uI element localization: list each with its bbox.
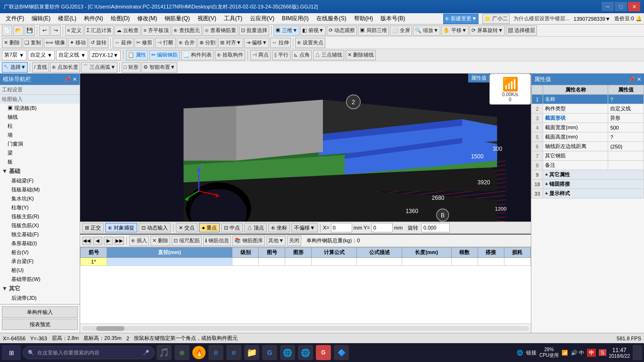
prop-val-7[interactable] [608, 151, 644, 161]
define-btn[interactable]: ≡ 定义 [65, 25, 83, 36]
extend-btn[interactable]: ↔ 延伸 [113, 38, 133, 48]
endpoint-btn[interactable]: △ 顶点 [244, 223, 267, 232]
nooffset-btn[interactable]: 不偏移▼ [291, 223, 318, 232]
rotate-input[interactable] [421, 223, 450, 232]
nav-pile-cap[interactable]: 桩台(V) [0, 248, 80, 257]
new-change-btn[interactable]: ⊕ 新建变更▼ [443, 14, 479, 24]
menu-help[interactable]: 帮助(H) [350, 14, 377, 24]
taskapp-folder[interactable]: 📁 [244, 345, 259, 360]
nav-door[interactable]: 门窗洞 [0, 140, 80, 148]
cell-shape[interactable] [259, 258, 285, 266]
properties-btn[interactable]: 📋 属性 [126, 50, 148, 60]
prop-val-3[interactable]: 异形 [608, 114, 644, 123]
dynamic-btn[interactable]: ⊡ 动态输入 [139, 223, 171, 232]
menu-modify[interactable]: 修改(M) [133, 14, 161, 24]
setpoint-btn[interactable]: ⊕ 设置夹点 [295, 38, 325, 48]
nav-column[interactable]: 柱 [0, 122, 80, 131]
prop-val-8[interactable] [608, 161, 644, 170]
single-component-btn[interactable]: 单构件输入 [2, 306, 78, 318]
menu-file[interactable]: 文件(F) [2, 14, 28, 24]
floor-selector[interactable]: 第7层 ▼ [2, 50, 26, 60]
props-close-btn[interactable]: ✕ [637, 76, 641, 82]
copy-btn[interactable]: ❑ 复制 [23, 38, 43, 48]
orbit-btn[interactable]: ⟳ 动态观察 [327, 25, 357, 36]
nav-column-pier[interactable]: 柱墩(Y) [0, 203, 80, 212]
close-rebar-btn[interactable]: 关闭 [287, 236, 301, 246]
mirror-btn[interactable]: ⟺ 镜像 [44, 38, 67, 48]
rebar-lib-btn[interactable]: 📚 钢筋图库 [232, 236, 265, 246]
prop-val-6[interactable]: (250) [608, 142, 644, 151]
nav-wall[interactable]: 墙 [0, 131, 80, 140]
minimize-button[interactable]: ─ [602, 2, 614, 11]
y-input[interactable] [372, 223, 393, 232]
next-btn[interactable]: ▶ [104, 237, 113, 245]
taskapp-browser2[interactable]: 🔥 [192, 346, 206, 359]
topview-btn[interactable]: ◧ 俯视▼ [300, 25, 326, 36]
midpoint-active-btn[interactable]: ● 重点 [199, 223, 220, 232]
nav-slab[interactable]: ▣ 现浇板(B) [0, 104, 80, 113]
nav-plate[interactable]: 板 [0, 157, 80, 166]
other-rebar-btn[interactable]: 其他▼ [266, 236, 286, 246]
insert-rebar-btn[interactable]: ⊕ 插入 [129, 236, 149, 246]
rebar-info-btn[interactable]: ℹ 钢筋信息 [203, 236, 231, 246]
nav-raft-main[interactable]: 筏板主筋(R) [0, 212, 80, 221]
twopoints-btn[interactable]: ⊣ 两点 [250, 50, 271, 60]
align-btn[interactable]: ⊞ 对齐▼ [218, 38, 243, 48]
trim-btn[interactable]: ✂ 修剪 [134, 38, 154, 48]
start-button[interactable]: ⊞ [2, 345, 21, 360]
level-btn[interactable]: ≡ 齐平板顶 [141, 25, 170, 36]
cell-formula[interactable] [312, 258, 357, 266]
nav-raft-neg[interactable]: 筏板负筋(X) [0, 221, 80, 230]
next-next-btn[interactable]: ▶▶ [115, 237, 124, 245]
menu-component[interactable]: 构件(N) [80, 14, 107, 24]
taskapp-ggj[interactable]: G [316, 345, 331, 360]
close-button[interactable]: ✕ [628, 2, 640, 11]
prev-btn[interactable]: ◀ [93, 237, 102, 245]
prop-group-display[interactable]: 33 + 显示样式 [532, 189, 644, 198]
taskapp-edge[interactable]: e [226, 345, 241, 360]
nav-close-btn[interactable]: ✕ [73, 76, 77, 82]
cell-loss[interactable] [504, 258, 530, 266]
find-btn[interactable]: ⊕ 查找图元 [172, 25, 202, 36]
objectsnap-btn[interactable]: ⊕ 对象捕捉 [105, 223, 137, 232]
nav-others[interactable]: ▼ 其它 [0, 284, 80, 294]
taskapp-extra[interactable]: 🔷 [334, 345, 349, 360]
three-aux-btn[interactable]: △ 三点辅线 [313, 50, 344, 60]
cell-diameter[interactable] [107, 258, 232, 266]
batch-btn[interactable]: ⊡ 批量选择 [239, 25, 269, 36]
3d-btn[interactable]: ▣ 三维▼ [273, 25, 299, 36]
menu-draw[interactable]: 绘图(D) [107, 14, 134, 24]
nav-pile[interactable]: 桩(U) [0, 266, 80, 275]
rebar-row[interactable]: 1* [81, 258, 531, 266]
taskapp-google[interactable]: G [262, 345, 277, 360]
edit-rebar-btn[interactable]: ✏ 编辑钢筋 [149, 50, 180, 60]
stretch-btn[interactable]: ↔ 拉伸 [270, 38, 291, 48]
props-pin-btn[interactable]: 📌 [628, 76, 635, 82]
prop-val-4[interactable]: 500 [608, 123, 644, 132]
arc-btn[interactable]: ⌒ 三点画弧▼ [81, 62, 117, 73]
fullscreen-btn[interactable]: ⬜ 全屏 [390, 25, 412, 36]
taskapp-music[interactable]: 🎵 [157, 345, 172, 360]
system-clock[interactable]: 11:47 2018/6/22 [609, 347, 630, 359]
parallel-btn[interactable]: ∥ 平行 [272, 50, 290, 60]
new-btn[interactable]: 📄 [2, 25, 12, 36]
nav-pin-btn[interactable]: 📌 [64, 76, 71, 82]
search-bar[interactable]: 🔍 在这里输入你要搜索的内容 🎤 [23, 346, 155, 359]
scroll-thumb[interactable] [96, 326, 124, 331]
gx2-btn[interactable]: 🌟 广小二 [482, 14, 510, 24]
prop-val-5[interactable]: ? [608, 132, 644, 142]
floor-custom-selector[interactable]: 自定义 ▼ [28, 50, 55, 60]
coordinate-btn[interactable]: ⊕ 坐标 [268, 223, 290, 232]
pickup-btn[interactable]: ⊕ 拾取构件 [215, 50, 245, 60]
zoom-btn[interactable]: 🔍 缩放▼ [413, 25, 440, 36]
line-def-selector[interactable]: 自定义线 ▼ [56, 50, 88, 60]
partial3d-btn[interactable]: ▣ 局部三维 [358, 25, 389, 36]
menu-online[interactable]: 在线服务(S) [313, 14, 350, 24]
undo-btn[interactable]: ↩ [39, 25, 50, 36]
redo-btn[interactable]: ↪ [50, 25, 61, 36]
rotate-btn[interactable]: ↺ 旋转 [89, 38, 108, 48]
3d-view[interactable]: 1500 300 3920 2680 1360 1200 2 B [80, 74, 531, 222]
del-aux-btn[interactable]: ✕ 删除辅线 [346, 50, 376, 60]
cell-figure[interactable] [285, 258, 312, 266]
maximize-button[interactable]: □ [615, 2, 627, 11]
